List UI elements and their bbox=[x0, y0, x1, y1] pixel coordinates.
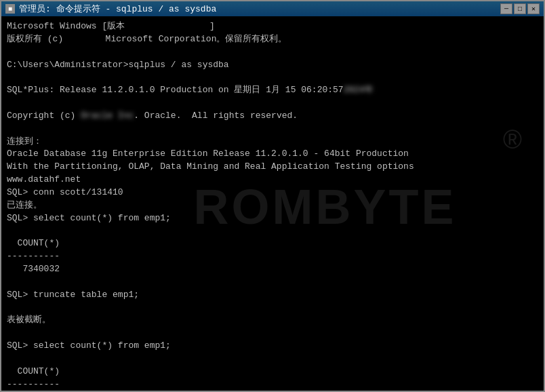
line-20: 7340032 bbox=[7, 264, 60, 274]
line-8-prefix: Copyright (c) bbox=[7, 111, 75, 121]
line-28: COUNT(*) bbox=[7, 366, 60, 376]
line-1: Microsoft Windows [版本 ] bbox=[7, 21, 215, 31]
line-27 bbox=[7, 353, 12, 364]
maximize-button[interactable]: □ bbox=[514, 3, 526, 14]
line-23 bbox=[7, 302, 12, 313]
line-6: SQL*Plus: Release 11.2.0.1.0 Production … bbox=[7, 85, 374, 95]
console-output: Microsoft Windows [版本 ] 版权所有 (c) Microso… bbox=[7, 20, 538, 391]
title-bar: ■ 管理员: 命令提示符 - sqlplus / as sysdba ─ □ ✕ bbox=[1, 1, 544, 16]
line-24: 表被截断。 bbox=[7, 315, 51, 325]
main-window: ■ 管理员: 命令提示符 - sqlplus / as sysdba ─ □ ✕… bbox=[0, 0, 545, 392]
line-17 bbox=[7, 226, 12, 236]
line-8-mid: . Oracle. All rights reserved. bbox=[134, 111, 298, 121]
title-bar-left: ■ 管理员: 命令提示符 - sqlplus / as sysdba bbox=[5, 3, 216, 15]
title-bar-buttons: ─ □ ✕ bbox=[500, 3, 540, 14]
line-11: Oracle Database 11g Enterprise Edition R… bbox=[7, 149, 409, 159]
line-15: 已连接。 bbox=[7, 200, 42, 210]
close-button[interactable]: ✕ bbox=[527, 3, 540, 14]
line-8: Copyright (c) Oracle Inc. Oracle. All ri… bbox=[7, 111, 298, 121]
line-19: ---------- bbox=[7, 251, 60, 261]
line-22: SQL> truncate table emp1; bbox=[7, 290, 139, 300]
line-26: SQL> select count(*) from emp1; bbox=[7, 340, 171, 351]
line-4: C:\Users\Administrator>sqlplus / as sysd… bbox=[7, 60, 229, 70]
line-3 bbox=[7, 47, 12, 57]
line-12: With the Partitioning, OLAP, Data Mining… bbox=[7, 161, 414, 172]
console-area[interactable]: ROMBYTE ® Microsoft Windows [版本 ] 版权所有 (… bbox=[1, 16, 544, 391]
line-6-prefix: SQL*Plus: Release 11.2.0.1.0 Production … bbox=[7, 85, 344, 95]
minimize-button[interactable]: ─ bbox=[500, 3, 512, 14]
line-10: 连接到： bbox=[7, 136, 42, 146]
line-16: SQL> select count(*) from emp1; bbox=[7, 213, 171, 223]
line-13: www.datahf.net bbox=[7, 174, 81, 184]
line-5 bbox=[7, 72, 12, 82]
line-18: COUNT(*) bbox=[7, 238, 60, 248]
line-9 bbox=[7, 123, 12, 134]
window-icon: ■ bbox=[5, 4, 15, 14]
line-2: 版权所有 (c) Microsoft Corporation。保留所有权利。 bbox=[7, 34, 287, 44]
line-29: ---------- bbox=[7, 379, 60, 389]
line-21 bbox=[7, 277, 12, 287]
line-25 bbox=[7, 328, 12, 338]
line-6-blur: 2024年 bbox=[344, 84, 374, 97]
line-14: SQL> conn scott/131410 bbox=[7, 187, 123, 197]
window-title: 管理员: 命令提示符 - sqlplus / as sysdba bbox=[19, 3, 216, 15]
line-8-company: Oracle Inc bbox=[81, 110, 134, 123]
line-7 bbox=[7, 98, 12, 108]
